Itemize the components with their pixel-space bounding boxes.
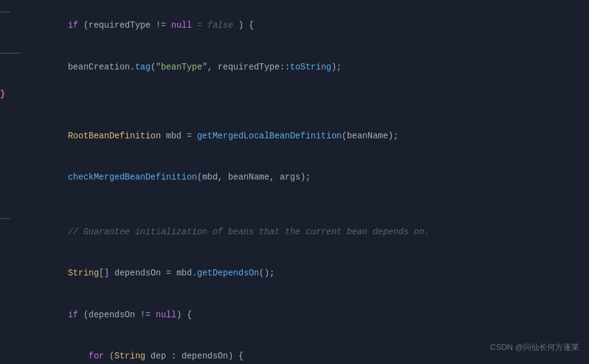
- arrow-1: ——: [0, 5, 10, 18]
- line-gutter-10: [0, 335, 37, 349]
- code-line-3: }: [0, 87, 589, 115]
- code-line-6: [0, 197, 589, 211]
- arrow-10: [0, 335, 5, 349]
- arrow-8: [0, 253, 5, 266]
- code-line-4: RootBeanDefinition mbd = getMergedLocalB…: [0, 115, 589, 156]
- code-content-6: [37, 197, 579, 211]
- code-content-7: // Guarantee initialization of beans tha…: [37, 212, 579, 253]
- code-line-1: —— if (requiredType != null = false ) {: [0, 5, 589, 46]
- line-gutter-8: [0, 253, 37, 266]
- code-content-2: beanCreation.tag("beanType", requiredTyp…: [37, 46, 579, 87]
- code-container: —— if (requiredType != null = false ) { …: [0, 0, 589, 364]
- line-gutter-7: ——: [0, 212, 37, 225]
- line-gutter-9: [0, 294, 37, 307]
- line-gutter-5: [0, 156, 37, 170]
- arrow-4: [0, 115, 5, 129]
- arrow-2: ————: [0, 46, 21, 60]
- code-content-9: if (dependsOn != null) {: [37, 294, 579, 335]
- arrow-9: [0, 294, 5, 307]
- code-line-7: —— // Guarantee initialization of beans …: [0, 212, 589, 253]
- code-content-1: if (requiredType != null = false ) {: [37, 5, 579, 46]
- code-line-5: checkMergedBeanDefinition(mbd, beanName,…: [0, 156, 589, 197]
- line-gutter-1: ——: [0, 5, 37, 18]
- line-gutter-3: }: [0, 87, 37, 101]
- code-line-2: ———— beanCreation.tag("beanType", requir…: [0, 46, 589, 87]
- code-line-8: String[] dependsOn = mbd.getDependsOn();: [0, 253, 589, 294]
- code-line-9: if (dependsOn != null) {: [0, 294, 589, 335]
- code-content-4: RootBeanDefinition mbd = getMergedLocalB…: [37, 115, 579, 156]
- code-content-8: String[] dependsOn = mbd.getDependsOn();: [37, 253, 579, 294]
- arrow-5: [0, 156, 5, 170]
- watermark: CSDN @问仙长何方蓬莱: [490, 341, 579, 354]
- code-content-3: [37, 87, 579, 115]
- line-gutter-4: [0, 115, 37, 129]
- line-gutter-2: ————: [0, 46, 37, 60]
- arrow-7: ——: [0, 212, 10, 225]
- code-content-5: checkMergedBeanDefinition(mbd, beanName,…: [37, 156, 579, 197]
